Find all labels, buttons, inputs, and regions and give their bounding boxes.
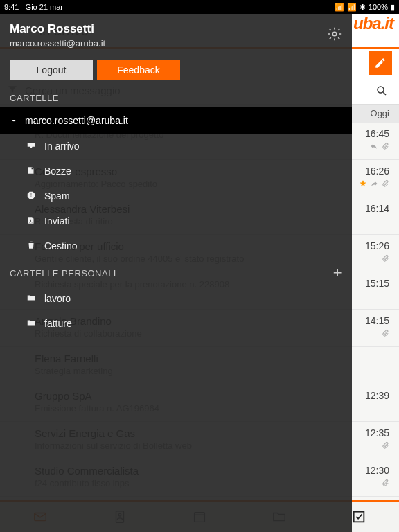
svg-text:!: ! xyxy=(30,193,32,197)
folder-label: Inviati xyxy=(44,215,70,227)
personal-folder-item[interactable]: lavoro xyxy=(0,286,352,311)
panel-header: Marco Rossetti marco.rossetti@aruba.it xyxy=(0,14,352,53)
message-meta xyxy=(381,254,389,263)
bluetooth-icon: ✱ xyxy=(360,3,366,12)
folder-label: lavoro xyxy=(44,293,71,304)
message-time: 15:26 xyxy=(365,240,389,251)
message-time: 14:15 xyxy=(365,315,389,326)
inbox-icon xyxy=(26,141,36,152)
status-bar: 9:41 Gio 21 mar 📶 📶 ✱ 100% ▮ xyxy=(0,0,399,14)
svg-point-0 xyxy=(378,87,384,93)
folder-item[interactable]: !Spam xyxy=(0,184,352,209)
user-email: marco.rossetti@aruba.it xyxy=(10,38,342,48)
svg-line-1 xyxy=(383,92,386,95)
battery-icon: ▮ xyxy=(391,3,395,12)
signal-icon: 📶 xyxy=(335,3,344,12)
search-button[interactable] xyxy=(371,80,392,101)
message-time: 12:30 xyxy=(365,465,389,476)
chevron-down-icon xyxy=(10,116,18,125)
settings-button[interactable] xyxy=(327,26,342,44)
section-folders: CARTELLE xyxy=(0,87,352,107)
folder-label: Cestino xyxy=(44,240,77,251)
message-time: 12:39 xyxy=(365,390,389,401)
trash-icon xyxy=(26,240,36,252)
account-email: marco.rossetti@aruba.it xyxy=(25,115,128,126)
folder-icon xyxy=(26,318,36,330)
draft-icon xyxy=(26,166,36,177)
message-meta xyxy=(381,479,389,487)
clock: 9:41 xyxy=(4,3,19,11)
folder-item[interactable]: Bozze xyxy=(0,159,352,184)
svg-point-8 xyxy=(332,32,337,36)
brand-logo: uba.it xyxy=(353,14,393,33)
logout-button[interactable]: Logout xyxy=(10,60,93,80)
message-time: 15:15 xyxy=(365,278,389,289)
status-icons: 📶 📶 ✱ 100% ▮ xyxy=(335,3,395,12)
message-time: 16:45 xyxy=(365,128,389,139)
gear-icon xyxy=(327,26,342,42)
message-time: 16:26 xyxy=(365,166,389,177)
folder-icon xyxy=(26,293,36,305)
spam-icon: ! xyxy=(26,190,36,202)
folder-label: fatture xyxy=(44,318,72,329)
message-time: 16:14 xyxy=(365,203,389,214)
wifi-icon: 📶 xyxy=(347,3,357,12)
folder-label: Bozze xyxy=(44,166,71,177)
check-icon xyxy=(351,509,366,524)
search-icon xyxy=(375,85,388,97)
folder-label: In arrivo xyxy=(44,141,80,152)
message-meta xyxy=(381,441,389,450)
folder-item[interactable]: In arrivo xyxy=(0,134,352,159)
add-folder-button[interactable]: + xyxy=(333,264,342,282)
folder-item[interactable]: Inviati xyxy=(0,209,352,233)
message-meta xyxy=(370,142,389,150)
svg-rect-7 xyxy=(354,512,364,522)
button-row: Logout Feedback xyxy=(0,53,352,87)
folder-label: Spam xyxy=(44,190,70,202)
folder-item[interactable]: Cestino xyxy=(0,233,352,258)
message-meta xyxy=(381,329,389,337)
pencil-icon xyxy=(374,57,387,69)
personal-folder-item[interactable]: fatture xyxy=(0,311,352,336)
feedback-button[interactable]: Feedback xyxy=(97,60,180,80)
compose-button[interactable] xyxy=(369,51,392,75)
account-row[interactable]: marco.rossetti@aruba.it xyxy=(0,107,352,134)
message-time: 12:35 xyxy=(365,427,389,438)
user-name: Marco Rossetti xyxy=(10,22,342,36)
date: Gio 21 mar xyxy=(26,3,63,11)
section-personal: CARTELLE PERSONALI + xyxy=(0,258,352,286)
sent-icon xyxy=(26,215,36,227)
sidebar-panel: Marco Rossetti marco.rossetti@aruba.it L… xyxy=(0,14,352,532)
battery-pct: 100% xyxy=(369,3,388,11)
message-meta xyxy=(359,179,389,188)
